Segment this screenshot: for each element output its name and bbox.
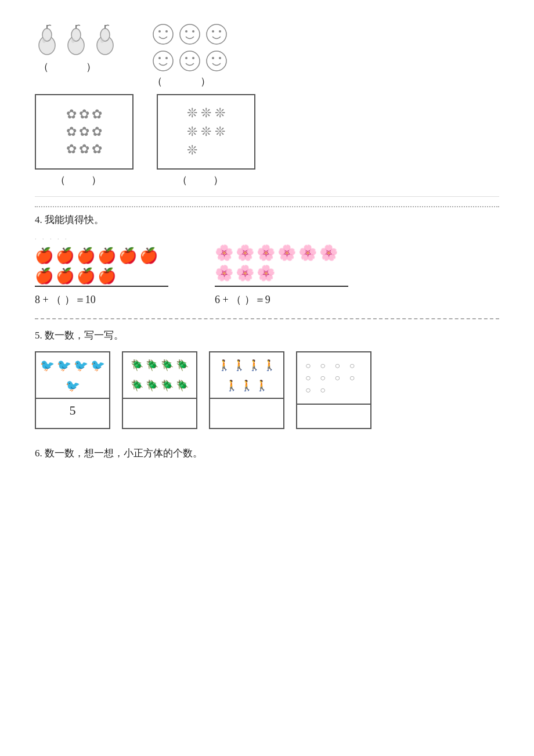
circle-2: ○	[320, 361, 333, 371]
bird-5: 🐦	[66, 379, 80, 393]
apple-8: 🍎	[56, 267, 74, 285]
smiley-5	[179, 50, 201, 72]
apples-group: · · · · · 🍎 🍎 🍎 🍎 🍎 🍎 🍎 🍎 🍎 🍎 8 + （ ）＝10	[35, 236, 168, 307]
person-6: 🚶	[240, 379, 253, 392]
sun-4: ❊	[187, 124, 197, 139]
peach-1: 🌸	[215, 244, 233, 262]
apple-5: 🍎	[118, 247, 137, 265]
person-5: 🚶	[225, 379, 238, 392]
pears-paren: （ ）	[38, 60, 114, 74]
count-card-3: 🚶 🚶 🚶 🚶 🚶 🚶 🚶	[209, 351, 284, 429]
card2-bottom	[123, 399, 196, 422]
apple-7: 🍎	[35, 267, 53, 285]
peach-6: 🌸	[319, 244, 338, 262]
bug-2: 🪲	[146, 359, 158, 372]
circle-9: ○	[305, 385, 318, 395]
person-3: 🚶	[248, 359, 261, 372]
snowflake-a7: ✿	[66, 142, 77, 157]
apple-6: 🍎	[139, 247, 158, 265]
pear-icon-1	[35, 23, 59, 55]
sun-3: ❊	[215, 106, 225, 121]
person-7: 🚶	[255, 379, 268, 392]
pear-icon-2	[64, 23, 88, 55]
count-card-4: ○ ○ ○ ○ ○ ○ ○ ○ ○ ○	[296, 351, 371, 429]
snowflake-a2: ✿	[79, 107, 89, 122]
person-4: 🚶	[263, 359, 276, 372]
smiley-3	[205, 23, 228, 45]
section6: 6. 数一数，想一想，小正方体的个数。	[35, 447, 499, 585]
pears-group: （ ）	[35, 23, 117, 88]
circle-4: ○	[349, 361, 362, 371]
circle-10: ○	[320, 385, 333, 395]
peach-8: 🌸	[236, 264, 254, 282]
snowflake-a8: ✿	[79, 142, 89, 157]
svg-point-22	[158, 57, 161, 59]
svg-point-28	[212, 57, 214, 59]
apple-1: 🍎	[35, 247, 53, 265]
peaches-group: 🌸 🌸 🌸 🌸 🌸 🌸 🌸 🌸 🌸 6 + （ ）＝9	[215, 236, 348, 307]
card1-number: 5	[70, 403, 76, 418]
svg-point-14	[165, 30, 168, 33]
peach-icons: 🌸 🌸 🌸 🌸 🌸 🌸 🌸 🌸 🌸	[215, 244, 348, 282]
card4-top: ○ ○ ○ ○ ○ ○ ○ ○ ○ ○	[297, 352, 370, 405]
svg-point-21	[153, 51, 173, 71]
apple-underline	[35, 286, 168, 287]
card1-bottom: 5	[36, 399, 109, 422]
sun-6: ❊	[215, 124, 225, 139]
smileys-group: （ ）	[152, 23, 228, 88]
count-write-row: 🐦 🐦 🐦 🐦 🐦 5 🪲 🪲 🪲 🪲 🪲 🪲 🪲 🪲	[35, 351, 499, 429]
bug-7: 🪲	[161, 379, 174, 392]
count-card-2: 🪲 🪲 🪲 🪲 🪲 🪲 🪲 🪲	[122, 351, 197, 429]
section3-top: （ ）	[35, 23, 499, 88]
fill-fast-row: · · · · · 🍎 🍎 🍎 🍎 🍎 🍎 🍎 🍎 🍎 🍎 8 + （ ）＝10	[35, 236, 499, 307]
apple-10: 🍎	[98, 267, 116, 285]
circle-grid: ○ ○ ○ ○ ○ ○ ○ ○ ○ ○	[301, 356, 367, 400]
card4-bottom	[297, 405, 370, 428]
bird-2: 🐦	[57, 358, 71, 372]
section4-title: 4. 我能填得快。	[35, 213, 499, 226]
circle-8: ○	[349, 373, 362, 383]
bug-1: 🪲	[131, 359, 143, 372]
bug-6: 🪲	[146, 379, 158, 392]
grid2-paren: （ ）	[177, 173, 236, 187]
svg-point-15	[180, 24, 200, 44]
section5-title: 5. 数一数，写一写。	[35, 329, 499, 342]
section3-grids: ✿ ✿ ✿ ✿ ✿ ✿ ✿ ✿ ✿ （ ） ❊ ❊ ❊ ❊ ❊ ❊ ❊	[35, 94, 499, 187]
bug-5: 🪲	[131, 379, 143, 392]
apple-9: 🍎	[77, 267, 95, 285]
snowflake-a4: ✿	[66, 124, 77, 139]
svg-point-27	[207, 51, 226, 71]
grid-box-1: ✿ ✿ ✿ ✿ ✿ ✿ ✿ ✿ ✿	[35, 94, 134, 170]
section4: 4. 我能填得快。 · · · · · 🍎 🍎 🍎 🍎 🍎 🍎 🍎 🍎 🍎 🍎	[35, 206, 499, 307]
svg-point-20	[219, 30, 221, 33]
peach-underline	[215, 286, 348, 287]
smiley-1	[152, 23, 174, 45]
card3-bottom	[210, 399, 283, 422]
snowflakes-grid-1: ✿ ✿ ✿ ✿ ✿ ✿ ✿ ✿ ✿	[62, 102, 107, 161]
svg-point-26	[192, 57, 194, 59]
peach-3: 🌸	[257, 244, 275, 262]
sun-1: ❊	[187, 106, 197, 121]
svg-point-17	[192, 30, 194, 33]
grid-box-2: ❊ ❊ ❊ ❊ ❊ ❊ ❊	[157, 94, 255, 170]
smiley-2	[179, 23, 201, 45]
peach-expr: 6 + （ ）＝9	[215, 293, 270, 307]
bird-4: 🐦	[91, 358, 105, 372]
pears-row	[35, 23, 117, 55]
svg-point-7	[71, 38, 75, 43]
circle-1: ○	[305, 361, 318, 371]
apple-3: 🍎	[77, 247, 95, 265]
bug-4: 🪲	[176, 359, 189, 372]
bird-3: 🐦	[74, 358, 88, 372]
smiley-4	[152, 50, 174, 72]
sun-empty-2	[215, 143, 225, 158]
smileys-grid	[152, 23, 228, 72]
person-2: 🚶	[233, 359, 246, 372]
sun-5: ❊	[201, 124, 211, 139]
svg-point-25	[185, 57, 187, 59]
peach-4: 🌸	[277, 244, 296, 262]
circle-5: ○	[305, 373, 318, 383]
snowflakes-grid-2: ❊ ❊ ❊ ❊ ❊ ❊ ❊	[182, 101, 230, 163]
svg-point-13	[158, 30, 161, 33]
peach-2: 🌸	[236, 244, 254, 262]
